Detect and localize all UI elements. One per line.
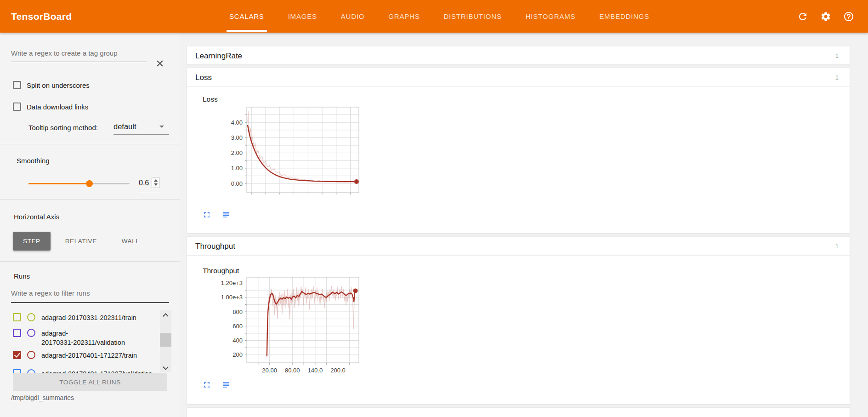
run-radio[interactable] (27, 351, 35, 359)
settings-icon[interactable] (820, 11, 831, 22)
chevron-down-icon[interactable] (156, 121, 167, 132)
nav-tabs: SCALARSIMAGESAUDIOGRAPHSDISTRIBUTIONSHIS… (229, 0, 673, 33)
app-title: TensorBoard (11, 0, 72, 33)
loss-chart[interactable]: 0.001.002.003.004.00 (201, 105, 362, 195)
svg-text:800: 800 (233, 308, 243, 315)
throughput-chart[interactable]: 2004006008001.00e+31.20e+320.0080.00140.… (201, 275, 362, 375)
fullscreen-icon[interactable] (202, 210, 211, 219)
section-header[interactable]: Throughput 1 (187, 237, 850, 256)
smoothing-slider-thumb[interactable] (86, 180, 93, 187)
step-button[interactable]: STEP (13, 232, 51, 251)
tab-images[interactable]: IMAGES (288, 0, 317, 33)
tooltip-sort-label: Tooltip sorting method: (28, 124, 98, 131)
run-item: adagrad-20170401-171227/train (13, 351, 160, 360)
step-up-icon[interactable] (154, 179, 158, 182)
chart-title: Loss (203, 95, 218, 103)
smoothing-stepper[interactable] (152, 177, 159, 188)
flatten-icon[interactable] (221, 380, 231, 389)
section-header[interactable]: Loss 1 (187, 68, 850, 87)
run-item: adagrad- 20170331-202311/validation (13, 329, 160, 347)
divider (0, 199, 180, 200)
svg-text:1.00: 1.00 (231, 165, 243, 171)
run-name: adagrad-20170401-171227/train (41, 351, 137, 360)
divider (138, 192, 159, 192)
tab-embeddings[interactable]: EMBEDDINGS (599, 0, 649, 33)
tab-graphs[interactable]: GRAPHS (388, 0, 420, 33)
section-count-badge: 1 (835, 68, 839, 87)
refresh-icon[interactable] (797, 11, 808, 22)
close-icon[interactable] (155, 58, 165, 69)
section-loss: Loss 1 Loss 0.001.002.003.004.00 (187, 68, 850, 234)
option-row: Split on underscores (13, 81, 90, 89)
section-title: Throughput (195, 237, 235, 256)
scroll-up-icon[interactable] (163, 313, 169, 319)
chart-title: Throughput (203, 267, 239, 275)
horizontal-axis-label: Horizontal Axis (14, 213, 59, 221)
section-title: LearningRate (195, 46, 242, 65)
tab-histograms[interactable]: HISTOGRAMS (526, 0, 576, 33)
runs-scrollbar[interactable] (160, 310, 171, 372)
svg-text:200.0: 200.0 (330, 367, 346, 374)
section-count-badge: 1 (835, 46, 839, 65)
run-item: adagrad-20170331-202311/train (13, 313, 160, 322)
svg-text:4.00: 4.00 (231, 119, 243, 126)
svg-text:1.20e+3: 1.20e+3 (221, 280, 243, 286)
run-radio[interactable] (27, 369, 35, 373)
checkbox-label: Data download links (27, 103, 88, 111)
relative-button[interactable]: RELATIVE (55, 232, 107, 251)
split-underscores-checkbox[interactable] (13, 81, 21, 89)
divider (11, 302, 169, 303)
dashboard-content: LearningRate 1 Loss 1 Loss 0.001.002.003… (187, 33, 850, 417)
section-count-badge: 1 (835, 237, 839, 256)
runs-label: Runs (14, 272, 30, 280)
run-radio[interactable] (27, 329, 35, 337)
flatten-icon[interactable] (221, 210, 231, 219)
tab-distributions[interactable]: DISTRIBUTIONS (443, 0, 501, 33)
runs-filter-input[interactable] (11, 289, 169, 297)
horizontal-axis-buttons: STEP RELATIVE WALL (13, 232, 149, 251)
smoothing-label: Smoothing (17, 157, 50, 165)
svg-text:80.00: 80.00 (285, 367, 300, 374)
scrollbar-thumb[interactable] (160, 333, 171, 347)
svg-text:1.00e+3: 1.00e+3 (221, 294, 243, 301)
run-checkbox[interactable] (13, 313, 21, 321)
svg-text:600: 600 (233, 323, 243, 330)
chart-actions (202, 380, 231, 389)
section-header[interactable]: LearningRate 1 (187, 46, 850, 65)
tab-scalars[interactable]: SCALARS (229, 0, 264, 33)
section-throughput: Throughput 1 Throughput 2004006008001.00… (187, 236, 850, 405)
data-download-checkbox[interactable] (13, 103, 21, 111)
section-learningrate: LearningRate 1 (187, 46, 850, 65)
run-name: adagrad-20170401-171227/validation (41, 369, 152, 373)
section-next-partial (187, 407, 850, 417)
settings-sidebar: Split on underscores Data download links… (0, 33, 180, 417)
runs-list: adagrad-20170331-202311/trainadagrad- 20… (0, 305, 160, 373)
option-row: Data download links (13, 103, 88, 111)
smoothing-slider-fill (28, 183, 89, 184)
svg-text:0.00: 0.00 (231, 180, 243, 187)
svg-text:2.00: 2.00 (231, 149, 243, 156)
wall-button[interactable]: WALL (112, 232, 150, 251)
run-checkbox[interactable] (13, 329, 21, 337)
run-name: adagrad-20170331-202311/train (41, 313, 136, 322)
svg-text:400: 400 (233, 337, 243, 344)
run-name: adagrad- 20170331-202311/validation (41, 329, 125, 347)
app-header: TensorBoard SCALARSIMAGESAUDIOGRAPHSDIST… (0, 0, 868, 33)
divider (0, 261, 180, 262)
run-checkbox[interactable] (13, 369, 21, 373)
toggle-all-runs-button[interactable]: TOGGLE ALL RUNS (13, 373, 167, 391)
tab-audio[interactable]: AUDIO (341, 0, 365, 33)
scroll-down-icon[interactable] (163, 364, 169, 370)
divider (0, 144, 180, 144)
fullscreen-icon[interactable] (202, 380, 211, 389)
run-radio[interactable] (27, 313, 35, 321)
help-icon[interactable] (843, 11, 854, 22)
tag-filter-input[interactable] (11, 49, 147, 57)
svg-text:140.0: 140.0 (308, 367, 323, 374)
smoothing-value[interactable]: 0.6 (139, 179, 149, 187)
tooltip-sort-dropdown[interactable]: default (113, 122, 136, 131)
svg-text:3.00: 3.00 (231, 134, 243, 141)
run-checkbox[interactable] (13, 351, 21, 359)
step-down-icon[interactable] (154, 183, 158, 186)
checkbox-label: Split on underscores (27, 81, 90, 89)
